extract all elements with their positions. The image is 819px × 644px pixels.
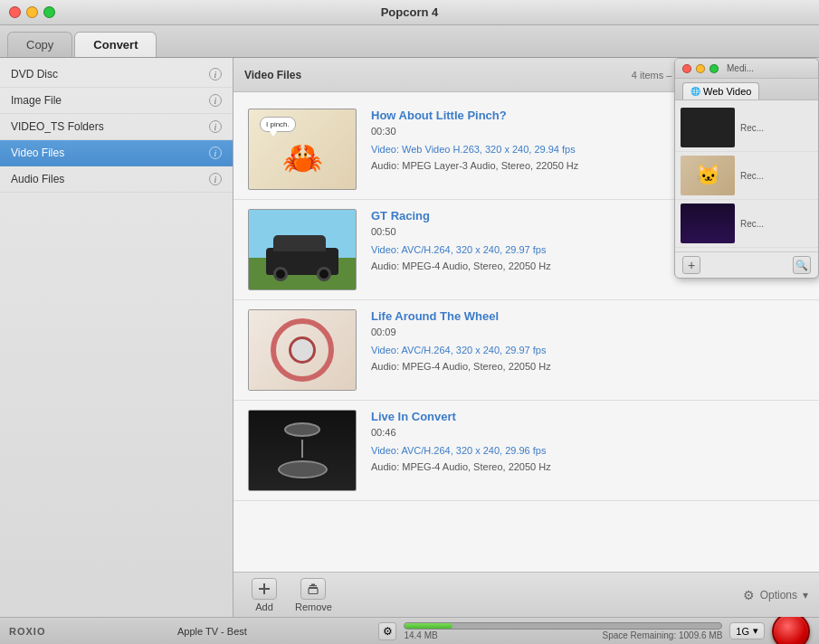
float-list-item[interactable]: 🐱 Rec... (675, 152, 818, 200)
progress-bar-track (404, 622, 722, 630)
float-list-item[interactable]: Rec... (675, 104, 818, 152)
tab-bar: Copy Convert (0, 25, 819, 58)
audio-spec: Audio: MPEG-4 Audio, Stereo, 22050 Hz (371, 459, 805, 476)
sidebar-item-image-file[interactable]: Image File i (0, 88, 233, 114)
audio-spec: Audio: MPEG-4 Audio, Stereo, 22050 Hz (371, 359, 805, 375)
content-area: DVD Disc i Image File i VIDEO_TS Folders… (0, 58, 819, 617)
video-title: Life Around The Wheel (371, 309, 805, 323)
list-item[interactable]: Life Around The Wheel 00:09 Video: AVC/H… (233, 300, 819, 401)
video-duration: 00:09 (371, 327, 805, 337)
float-item-label: Rec... (740, 218, 764, 230)
svg-rect-1 (259, 588, 270, 590)
status-bar: ROXIO Apple TV - Best ⚙ 14.4 MB Space Re… (0, 617, 819, 644)
float-tab-web-video[interactable]: 🌐 Web Video (682, 82, 759, 99)
video-spec: Video: AVC/H.264, 320 x 240, 29.96 fps (371, 443, 805, 459)
svg-rect-4 (311, 583, 315, 585)
info-icon-image: i (209, 94, 222, 107)
float-item-label: Rec... (740, 170, 764, 182)
add-icon (252, 578, 277, 600)
video-spec: Video: AVC/H.264, 320 x 240, 29.97 fps (371, 343, 805, 359)
minimize-button[interactable] (26, 6, 38, 18)
sidebar-item-video-ts[interactable]: VIDEO_TS Folders i (0, 114, 233, 140)
float-min-button[interactable] (696, 64, 705, 73)
profile-label: Apple TV - Best (52, 626, 371, 637)
close-button[interactable] (9, 6, 21, 18)
video-duration: 00:46 (371, 427, 805, 438)
float-title-bar: Medi... (675, 59, 818, 79)
video-thumbnail (248, 309, 357, 391)
progress-area: 14.4 MB Space Remaining: 1009.6 MB (404, 622, 722, 640)
options-icon: ⚙ (743, 588, 755, 602)
progress-bar-fill (405, 623, 452, 629)
settings-button[interactable]: ⚙ (378, 622, 396, 640)
disc-size-label: 1G (736, 626, 749, 637)
file-size: 14.4 MB (404, 630, 437, 640)
remove-icon (300, 578, 326, 600)
sidebar-item-video-files[interactable]: Video Files i (0, 140, 233, 166)
tab-convert[interactable]: Convert (74, 32, 157, 57)
svg-rect-3 (310, 585, 317, 586)
title-bar: Popcorn 4 (0, 0, 819, 25)
video-meta: Video: AVC/H.264, 320 x 240, 29.96 fps A… (371, 443, 805, 475)
video-info: Live In Convert 00:46 Video: AVC/H.264, … (371, 410, 805, 475)
disc-size-dropdown[interactable]: 1G ▾ (729, 622, 765, 639)
video-info: Life Around The Wheel 00:09 Video: AVC/H… (371, 309, 805, 374)
float-close-button[interactable] (682, 64, 691, 73)
float-add-button[interactable]: + (682, 256, 700, 274)
video-thumbnail: I pinch. 🦀 (248, 109, 357, 190)
info-icon-dvd: i (209, 68, 222, 80)
float-thumbnail (681, 108, 735, 147)
section-title: Video Files (244, 69, 301, 81)
maximize-button[interactable] (43, 6, 55, 18)
speech-bubble: I pinch. (260, 117, 296, 132)
add-button[interactable]: Add (244, 574, 284, 616)
options-arrow-icon: ▾ (803, 589, 808, 601)
info-icon-af: i (209, 173, 222, 185)
video-thumbnail (248, 410, 357, 491)
float-thumbnail (681, 204, 735, 243)
options-label: Options (760, 589, 797, 601)
sidebar-item-audio-files[interactable]: Audio Files i (0, 166, 233, 193)
remove-button[interactable]: Remove (288, 574, 339, 616)
chevron-down-icon: ▾ (753, 625, 758, 637)
sidebar-item-dvd-disc[interactable]: DVD Disc i (0, 62, 233, 88)
video-thumbnail (248, 209, 357, 290)
float-list-item[interactable]: Rec... (675, 200, 818, 248)
crab-icon: 🦀 (282, 139, 323, 177)
window-controls[interactable] (9, 6, 55, 18)
window-title: Popcorn 4 (381, 5, 439, 19)
action-bar: Add Remove (233, 572, 819, 617)
info-icon-vts: i (209, 120, 222, 133)
float-footer: + 🔍 (675, 251, 818, 278)
brand-logo: ROXIO (9, 626, 45, 637)
app-body: Copy Convert DVD Disc i Image File i VID… (0, 25, 819, 644)
info-icon-vf: i (209, 147, 222, 159)
list-item[interactable]: Live In Convert 00:46 Video: AVC/H.264, … (233, 401, 819, 501)
options-area: ⚙ Options ▾ (743, 588, 808, 602)
float-tab-bar: 🌐 Web Video (675, 79, 818, 100)
float-content: Rec... 🐱 Rec... Rec... (675, 100, 818, 251)
float-max-button[interactable] (709, 64, 719, 73)
video-title: Live In Convert (371, 410, 805, 423)
float-thumbnail: 🐱 (681, 156, 735, 195)
float-search-button[interactable]: 🔍 (793, 256, 811, 274)
svg-rect-5 (309, 588, 318, 593)
video-meta: Video: AVC/H.264, 320 x 240, 29.97 fps A… (371, 343, 805, 374)
floating-panel: Medi... 🌐 Web Video Re (674, 58, 819, 279)
space-remaining: Space Remaining: 1009.6 MB (602, 630, 722, 640)
sidebar: DVD Disc i Image File i VIDEO_TS Folders… (0, 58, 233, 617)
main-content: Video Files 4 items – 02:15 ⊞ ≡ ⊟ ? I pi… (233, 58, 819, 617)
tab-copy[interactable]: Copy (7, 32, 72, 57)
float-item-label: Rec... (740, 122, 764, 134)
float-panel-title: Medi... (727, 63, 754, 73)
